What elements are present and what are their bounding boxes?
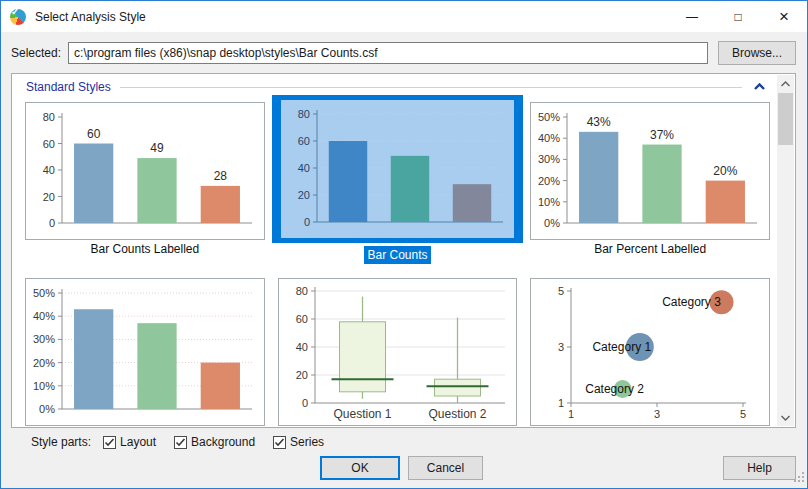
svg-text:0%: 0% (39, 403, 55, 415)
selected-label: Selected: (11, 46, 61, 60)
tile-label: Bar Counts Labelled (25, 240, 265, 258)
group-title: Standard Styles (26, 80, 111, 94)
svg-text:5: 5 (740, 408, 746, 420)
svg-text:0: 0 (302, 397, 308, 409)
svg-text:50%: 50% (538, 111, 560, 123)
svg-text:40: 40 (43, 164, 55, 176)
checkbox-box (273, 436, 286, 449)
svg-text:60: 60 (295, 313, 307, 325)
minimize-button[interactable]: — (669, 1, 715, 32)
style-tile-boxplot[interactable]: 020406080Question 1Question 2 (278, 278, 518, 426)
svg-text:3: 3 (654, 408, 660, 420)
bubble-thumbnail: 135135Category 1Category 2Category 3 (531, 279, 769, 425)
svg-text:80: 80 (297, 108, 309, 120)
vertical-scrollbar[interactable] (777, 75, 794, 426)
style-parts-row: Style parts: LayoutBackgroundSeries (31, 432, 342, 452)
bar-percent-thumbnail: 0%10%20%30%40%50% (26, 279, 264, 425)
svg-text:40%: 40% (33, 310, 55, 322)
style-parts-options: LayoutBackgroundSeries (103, 435, 342, 449)
svg-text:80: 80 (295, 285, 307, 297)
svg-text:20%: 20% (538, 175, 560, 187)
bar-percent-labelled-thumbnail: 0%10%20%30%40%50%43%37%20% (531, 103, 769, 239)
window-title: Select Analysis Style (35, 10, 146, 24)
svg-text:3: 3 (558, 341, 564, 353)
svg-text:60: 60 (297, 135, 309, 147)
selected-row: Selected: Browse... (1, 32, 807, 73)
svg-text:49: 49 (150, 141, 164, 155)
group-legend: Standard Styles (26, 79, 767, 95)
svg-text:20%: 20% (33, 357, 55, 369)
checkbox-label: Series (290, 435, 324, 449)
checkbox-label: Background (191, 435, 255, 449)
svg-text:20: 20 (43, 191, 55, 203)
checkbox-layout[interactable]: Layout (103, 435, 156, 449)
bar-counts-labelled-thumbnail: 020406080604928 (26, 103, 264, 239)
checkbox-series[interactable]: Series (273, 435, 324, 449)
svg-text:10%: 10% (538, 196, 560, 208)
svg-text:Question 1: Question 1 (333, 407, 391, 421)
collapse-chevron-icon[interactable] (751, 80, 767, 94)
style-tile-bar-percent-labelled[interactable]: 0%10%20%30%40%50%43%37%20% Bar Percent L… (530, 102, 770, 266)
svg-text:50%: 50% (33, 287, 55, 299)
tile-label-selected: Bar Counts (278, 246, 518, 264)
selected-path-input[interactable] (68, 42, 708, 64)
app-icon: ✓ (10, 9, 26, 25)
svg-text:30%: 30% (538, 153, 560, 165)
selection-frame: 020406080 (272, 95, 524, 243)
svg-text:1: 1 (568, 408, 574, 420)
svg-text:5: 5 (558, 285, 564, 297)
style-parts-label: Style parts: (31, 435, 91, 449)
checkbox-label: Layout (120, 435, 156, 449)
svg-text:43%: 43% (587, 115, 611, 129)
svg-text:80: 80 (43, 111, 55, 123)
titlebar: ✓ Select Analysis Style — □ × (1, 1, 807, 32)
checkbox-box (174, 436, 187, 449)
scroll-down-icon[interactable] (777, 409, 794, 426)
svg-text:Category 2: Category 2 (586, 382, 645, 396)
svg-text:Question 2: Question 2 (428, 407, 486, 421)
svg-text:Category 3: Category 3 (662, 295, 721, 309)
checkbox-background[interactable]: Background (174, 435, 255, 449)
standard-styles-group: Standard Styles 020406080604928 Bar Coun… (11, 73, 796, 428)
maximize-button[interactable]: □ (715, 1, 761, 32)
bar-counts-thumbnail: 020406080 (281, 100, 515, 238)
style-tile-bubble[interactable]: 135135Category 1Category 2Category 3 (530, 278, 770, 426)
ok-button[interactable]: OK (320, 456, 400, 480)
svg-text:20: 20 (297, 189, 309, 201)
svg-text:60: 60 (43, 138, 55, 150)
style-tile-bar-counts-labelled[interactable]: 020406080604928 Bar Counts Labelled (25, 102, 265, 266)
styles-grid: 020406080604928 Bar Counts Labelled 0204… (25, 94, 770, 426)
help-button[interactable]: Help (723, 456, 796, 480)
scroll-up-icon[interactable] (777, 75, 794, 92)
svg-text:30%: 30% (33, 333, 55, 345)
boxplot-thumbnail: 020406080Question 1Question 2 (279, 279, 517, 425)
svg-text:28: 28 (214, 169, 228, 183)
cancel-button[interactable]: Cancel (408, 456, 483, 480)
tile-label: Bar Percent Labelled (530, 240, 770, 258)
svg-text:40: 40 (297, 162, 309, 174)
svg-text:40%: 40% (538, 132, 560, 144)
select-analysis-style-dialog: ✓ Select Analysis Style — □ × Selected: … (0, 0, 808, 489)
svg-text:37%: 37% (650, 128, 674, 142)
legend-rule (120, 87, 742, 88)
resize-grip[interactable] (794, 472, 805, 486)
svg-text:20: 20 (295, 369, 307, 381)
svg-text:10%: 10% (33, 380, 55, 392)
checkbox-box (103, 436, 116, 449)
svg-text:40: 40 (295, 341, 307, 353)
svg-text:1: 1 (558, 397, 564, 409)
svg-text:60: 60 (87, 127, 101, 141)
svg-text:20%: 20% (714, 164, 738, 178)
svg-text:0%: 0% (544, 217, 560, 229)
style-tile-bar-counts-selected[interactable]: 020406080 Bar Counts (278, 102, 518, 266)
svg-text:0: 0 (304, 216, 310, 228)
browse-button[interactable]: Browse... (718, 41, 796, 65)
scrollbar-thumb[interactable] (778, 93, 793, 145)
check-icon: ✓ (11, 6, 19, 17)
close-button[interactable]: × (761, 1, 807, 32)
svg-text:Category 1: Category 1 (593, 340, 652, 354)
svg-text:0: 0 (49, 217, 55, 229)
style-tile-bar-percent[interactable]: 0%10%20%30%40%50% (25, 278, 265, 426)
